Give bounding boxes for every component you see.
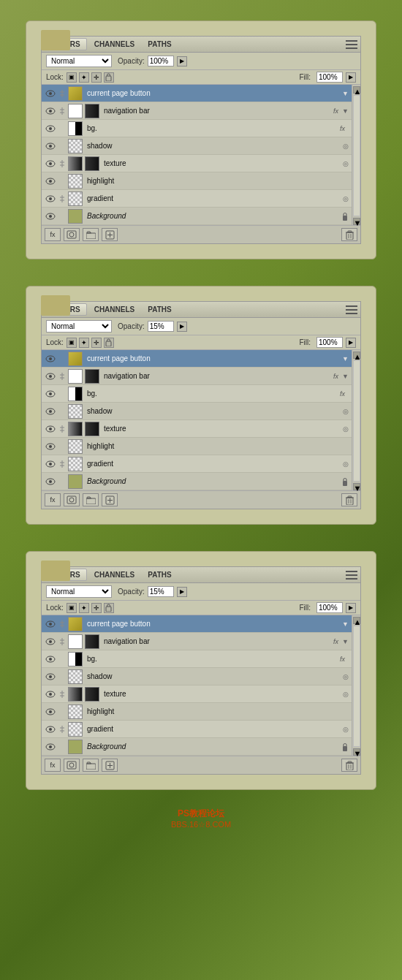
layer-row[interactable]: navigation bar fx ▼ [42,633,352,650]
add-mask-btn[interactable] [64,493,80,506]
eye-toggle[interactable] [45,476,56,487]
blend-mode-select[interactable]: Normal [46,585,112,598]
eye-toggle[interactable] [45,423,56,435]
opacity-input[interactable] [148,586,174,597]
layer-row[interactable]: bg. fx [42,385,352,403]
layer-row[interactable]: bg. fx [42,650,352,668]
tab-channels[interactable]: CHANNELS [88,39,141,50]
tab-layers[interactable]: LAYERS [45,38,87,50]
opacity-input[interactable] [148,56,174,67]
new-group-btn[interactable] [83,759,99,772]
eye-toggle[interactable] [45,706,56,718]
lock-all-btn[interactable] [104,338,114,348]
layer-row[interactable]: shadow ◎ [42,137,352,155]
add-mask-btn[interactable] [64,228,80,241]
tab-paths[interactable]: PATHS [142,304,177,315]
lock-pixels-btn[interactable]: ▣ [67,603,77,613]
add-style-btn[interactable]: fx [45,759,61,772]
panel-menu-icon[interactable] [346,40,357,49]
scrollbar[interactable]: ▲ ▼ [352,615,360,756]
panel-menu-icon[interactable] [346,571,357,580]
layer-row[interactable]: highlight [42,438,352,455]
eye-toggle[interactable] [45,158,56,170]
eye-toggle[interactable] [45,88,56,99]
eye-toggle[interactable] [45,723,56,735]
layer-expand-icon[interactable]: ▼ [342,355,349,362]
layer-row[interactable]: Background [42,738,352,756]
layer-row[interactable]: Background [42,208,352,225]
layer-row[interactable]: shadow ◎ [42,403,352,420]
layer-row[interactable]: current page button ▼ [42,615,352,633]
eye-toggle[interactable] [45,123,56,134]
blend-mode-select[interactable]: Normal [46,55,112,67]
lock-pixels-btn[interactable]: ▣ [67,338,77,348]
layer-expand-icon[interactable]: ▼ [342,107,349,115]
lock-position-btn[interactable]: ✛ [91,338,102,348]
opacity-input[interactable] [148,321,174,332]
new-group-btn[interactable] [83,493,99,506]
layer-row[interactable]: navigation bar fx ▼ [42,102,352,120]
lock-position-btn[interactable]: ✛ [91,72,102,83]
tab-layers[interactable]: LAYERS [45,569,87,581]
eye-toggle[interactable] [45,175,56,187]
eye-toggle[interactable] [45,193,56,205]
delete-layer-btn[interactable] [341,759,357,772]
tab-channels[interactable]: CHANNELS [88,569,141,580]
layer-expand-icon[interactable]: ▼ [342,90,349,97]
eye-toggle[interactable] [45,653,56,665]
tab-channels[interactable]: CHANNELS [88,304,141,315]
eye-toggle[interactable] [45,441,56,452]
layer-row[interactable]: bg. fx [42,120,352,137]
add-mask-btn[interactable] [64,759,80,772]
layer-row[interactable]: current page button ▼ [42,350,352,368]
fill-arrow[interactable]: ▶ [346,338,356,348]
eye-toggle[interactable] [45,741,56,753]
layer-row[interactable]: highlight [42,703,352,721]
eye-toggle[interactable] [45,210,56,222]
layer-row[interactable]: gradient ◎ [42,721,352,738]
lock-all-btn[interactable] [104,72,114,83]
eye-toggle[interactable] [45,105,56,117]
tab-layers[interactable]: LAYERS [45,303,87,316]
tab-paths[interactable]: PATHS [142,39,177,50]
layer-row[interactable]: navigation bar fx ▼ [42,368,352,385]
layer-expand-icon[interactable]: ▼ [342,638,349,645]
eye-toggle[interactable] [45,371,56,382]
lock-move-btn[interactable]: ✦ [79,603,89,613]
tab-paths[interactable]: PATHS [142,569,177,580]
layer-row[interactable]: texture ◎ [42,685,352,703]
add-style-btn[interactable]: fx [45,493,61,506]
eye-toggle[interactable] [45,671,56,683]
new-group-btn[interactable] [83,228,99,241]
eye-toggle[interactable] [45,140,56,152]
panel-menu-icon[interactable] [346,305,357,314]
layer-row[interactable]: shadow ◎ [42,668,352,685]
delete-layer-btn[interactable] [341,493,357,506]
layer-expand-icon[interactable]: ▼ [342,620,349,628]
opacity-arrow[interactable]: ▶ [177,322,187,332]
delete-layer-btn[interactable] [341,228,357,241]
layer-row[interactable]: texture ◎ [42,420,352,438]
eye-toggle[interactable] [45,618,56,630]
fill-input[interactable] [316,72,343,83]
eye-toggle[interactable] [45,353,56,365]
lock-all-btn[interactable] [104,603,114,613]
eye-toggle[interactable] [45,406,56,417]
blend-mode-select[interactable]: Normal [46,320,112,333]
new-layer-btn[interactable] [102,228,118,241]
layer-row[interactable]: current page button ▼ [42,85,352,102]
fill-arrow[interactable]: ▶ [346,72,356,83]
layer-expand-icon[interactable]: ▼ [342,373,349,380]
scrollbar[interactable]: ▲ ▼ [352,350,360,490]
scrollbar[interactable]: ▲ ▼ [352,85,360,225]
layer-row[interactable]: gradient ◎ [42,190,352,208]
lock-move-btn[interactable]: ✦ [79,72,89,83]
layer-row[interactable]: Background [42,473,352,490]
lock-pixels-btn[interactable]: ▣ [67,72,77,83]
add-style-btn[interactable]: fx [45,228,61,241]
opacity-arrow[interactable]: ▶ [177,56,187,67]
eye-toggle[interactable] [45,636,56,647]
fill-input[interactable] [316,337,343,348]
new-layer-btn[interactable] [102,759,118,772]
lock-position-btn[interactable]: ✛ [91,603,102,613]
